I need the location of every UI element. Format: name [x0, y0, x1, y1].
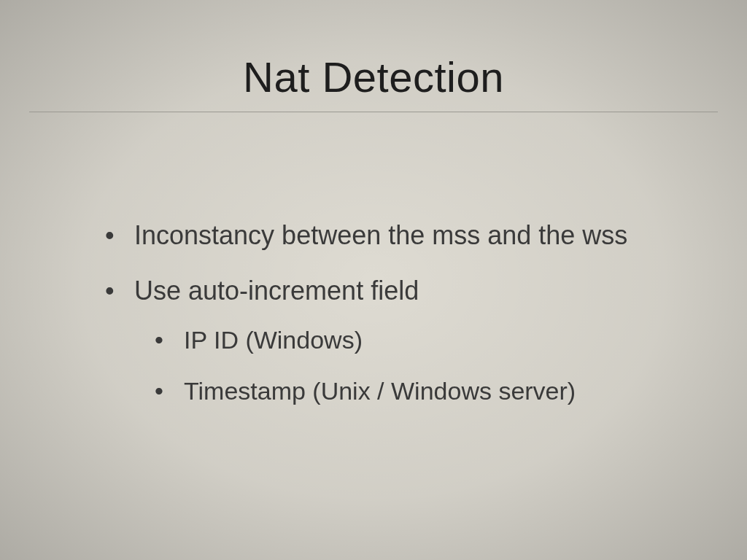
bullet-list: Inconstancy between the mss and the wss … [102, 219, 689, 408]
bullet-item: Use auto-increment field IP ID (Windows)… [102, 274, 689, 408]
sub-bullet-text: IP ID (Windows) [184, 326, 363, 354]
slide-body: Inconstancy between the mss and the wss … [102, 219, 689, 430]
sub-bullet-text: Timestamp (Unix / Windows server) [184, 377, 576, 405]
sub-bullet-item: IP ID (Windows) [152, 324, 689, 357]
sub-bullet-item: Timestamp (Unix / Windows server) [152, 375, 689, 408]
slide-title: Nat Detection [0, 52, 747, 101]
title-underline [29, 112, 718, 112]
sub-bullet-list: IP ID (Windows) Timestamp (Unix / Window… [134, 324, 689, 408]
bullet-text: Use auto-increment field [134, 276, 419, 306]
title-area: Nat Detection [0, 52, 747, 112]
slide: Nat Detection Inconstancy between the ms… [0, 0, 747, 560]
bullet-item: Inconstancy between the mss and the wss [102, 219, 689, 252]
bullet-text: Inconstancy between the mss and the wss [134, 220, 627, 250]
